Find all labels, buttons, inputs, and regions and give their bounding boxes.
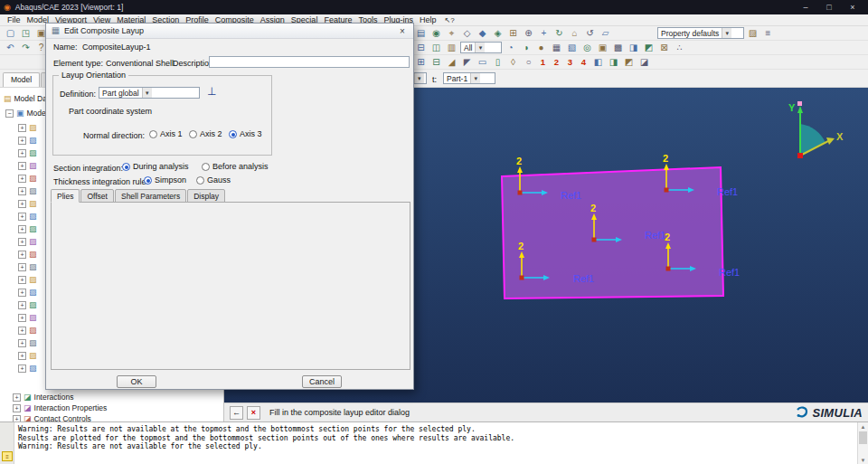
view-cut-number-button[interactable]: 4 xyxy=(578,56,590,68)
color-code-combo[interactable]: Property defaults▾ xyxy=(657,27,744,39)
tab-shell-parameters[interactable]: Shell Parameters xyxy=(115,189,186,203)
cut-plane-icon[interactable]: ▯ xyxy=(491,56,505,68)
pan-view-icon[interactable]: + xyxy=(537,27,551,39)
menu-help[interactable]: Help xyxy=(420,15,437,24)
minimize-button[interactable]: – xyxy=(794,1,817,14)
expand-icon[interactable]: + xyxy=(18,263,26,271)
previous-prompt-button[interactable]: ← xyxy=(230,406,243,420)
menu-file[interactable]: File xyxy=(7,15,21,24)
tree-item[interactable]: +▨ xyxy=(18,287,37,298)
view-cut-number-button[interactable]: 1 xyxy=(537,56,549,68)
cut-z-icon[interactable]: ▭ xyxy=(476,56,489,68)
scroll-up-icon[interactable]: ▲ xyxy=(858,422,868,431)
dialog-title-bar[interactable]: ▦ Edit Composite Layup × xyxy=(46,24,413,39)
during-analysis-radio[interactable]: During analysis xyxy=(122,162,189,171)
tree-item[interactable]: +▨ xyxy=(18,363,37,374)
scroll-down-icon[interactable]: ▼ xyxy=(858,456,868,464)
axis-2-radio[interactable]: Axis 2 xyxy=(189,129,222,138)
whats-this-help-icon[interactable]: ↖? xyxy=(444,16,454,24)
before-analysis-radio[interactable]: Before analysis xyxy=(202,162,269,171)
expand-icon[interactable]: + xyxy=(18,314,26,322)
tree-item[interactable]: +▨ xyxy=(18,261,37,272)
color-code-dialog-icon[interactable]: ▨ xyxy=(746,27,760,39)
view-back-icon[interactable]: ◆ xyxy=(476,27,489,39)
expand-icon[interactable]: + xyxy=(18,238,26,246)
selection-filter-combo[interactable]: All▾ xyxy=(460,42,502,53)
cancel-button[interactable]: Cancel xyxy=(302,375,342,388)
ok-button[interactable]: OK xyxy=(117,375,156,388)
expand-icon[interactable]: + xyxy=(18,137,26,145)
description-field[interactable] xyxy=(209,56,410,68)
selection-groups-icon[interactable]: ⊟ xyxy=(414,42,428,53)
expand-icon[interactable]: + xyxy=(18,352,26,360)
expand-icon[interactable]: + xyxy=(18,175,26,183)
tab-plies[interactable]: Plies xyxy=(51,189,80,203)
plot-options-icon[interactable]: ▥ xyxy=(445,42,458,53)
tree-item[interactable]: +▨ xyxy=(18,185,37,196)
gauss-radio[interactable]: Gauss xyxy=(196,175,231,185)
view-front-icon[interactable]: ◇ xyxy=(460,27,474,39)
expand-icon[interactable]: + xyxy=(18,200,26,208)
expand-icon[interactable]: + xyxy=(18,301,26,309)
expand-icon[interactable]: + xyxy=(18,162,26,170)
wireframe-render-icon[interactable]: ◔ xyxy=(504,42,517,53)
expand-icon[interactable]: + xyxy=(18,365,26,373)
hidden-line-render-icon[interactable]: ◑ xyxy=(519,42,533,53)
redo-icon[interactable]: ↷ xyxy=(19,42,33,53)
edit-view-cut-icon[interactable]: ⊟ xyxy=(429,56,443,68)
cut-y-icon[interactable]: ◤ xyxy=(460,56,474,68)
zoom-in-out-icon[interactable]: ⊕ xyxy=(522,27,535,39)
expand-icon[interactable]: + xyxy=(18,213,26,221)
tree-item[interactable]: +▨ xyxy=(18,223,37,234)
cut-x-icon[interactable]: ◢ xyxy=(445,56,458,68)
perspective-icon[interactable]: ▱ xyxy=(599,27,612,39)
print-icon[interactable]: ▤ xyxy=(414,27,428,39)
part-combo[interactable]: Part-1 ▾ xyxy=(443,72,495,84)
render-options-icon[interactable]: ∴ xyxy=(673,42,686,53)
maximize-button[interactable]: □ xyxy=(817,1,841,14)
tree-item[interactable]: +▨ xyxy=(18,122,37,133)
expand-icon[interactable]: + xyxy=(18,327,26,335)
tree-item[interactable]: +▨ xyxy=(18,160,37,171)
console-scrollbar[interactable]: ▲ ▼ xyxy=(857,422,868,464)
layer-a-icon[interactable]: ◧ xyxy=(591,56,605,68)
close-button[interactable]: × xyxy=(841,1,864,14)
tree-item[interactable]: +▨ xyxy=(18,198,37,209)
expand-icon[interactable]: + xyxy=(18,225,26,233)
tree-item[interactable]: +▨ xyxy=(18,147,37,158)
tree-item[interactable]: +▨ xyxy=(18,211,37,222)
view-iso-icon[interactable]: ◈ xyxy=(491,27,505,39)
dialog-close-icon[interactable]: × xyxy=(396,25,409,37)
csys-axes-icon[interactable]: ⊥ xyxy=(207,85,216,98)
tree-item[interactable]: +▨ xyxy=(18,173,37,184)
cli-prompt-icon[interactable]: ≡ xyxy=(2,451,13,461)
definition-combo[interactable]: Part global ▾ xyxy=(99,87,200,99)
auto-fit-view-icon[interactable]: ⌂ xyxy=(568,27,581,39)
display-group-b-icon[interactable]: ▧ xyxy=(565,42,579,53)
layer-d-icon[interactable]: ◪ xyxy=(637,56,651,68)
rotate-view-icon[interactable]: ↻ xyxy=(552,27,566,39)
new-model-database-icon[interactable]: ▢ xyxy=(4,27,17,39)
annotation-icon[interactable]: ⊠ xyxy=(657,42,671,53)
axis-1-radio[interactable]: Axis 1 xyxy=(149,129,183,138)
capture-icon[interactable]: ◉ xyxy=(429,27,443,39)
tree-item[interactable]: +▨ xyxy=(18,337,37,348)
expand-icon[interactable]: + xyxy=(18,276,26,284)
tree-item-interaction-properties[interactable]: +◪Interaction Properties xyxy=(13,402,107,413)
expand-icon[interactable]: + xyxy=(18,149,26,157)
message-console[interactable]: ≡ Warning: Results are not available at … xyxy=(0,421,868,464)
cut-offset-icon[interactable]: ◊ xyxy=(506,56,520,68)
shaded-render-icon[interactable]: ● xyxy=(534,42,548,53)
zoom-box-icon[interactable]: ⊞ xyxy=(506,27,520,39)
open-database-icon[interactable]: ◳ xyxy=(19,27,33,39)
tab-display[interactable]: Display xyxy=(187,189,225,203)
tree-item[interactable]: +▨ xyxy=(18,135,37,146)
axis-3-radio[interactable]: Axis 3 xyxy=(229,129,262,138)
cut-flip-icon[interactable]: ○ xyxy=(522,56,535,68)
expand-icon[interactable]: + xyxy=(18,339,26,347)
expand-icon[interactable]: + xyxy=(18,187,26,195)
tree-item[interactable]: +▨ xyxy=(18,249,37,260)
expand-icon[interactable]: + xyxy=(18,124,26,132)
view-options-icon[interactable]: ◎ xyxy=(580,42,594,53)
tab-offset[interactable]: Offset xyxy=(80,189,114,203)
